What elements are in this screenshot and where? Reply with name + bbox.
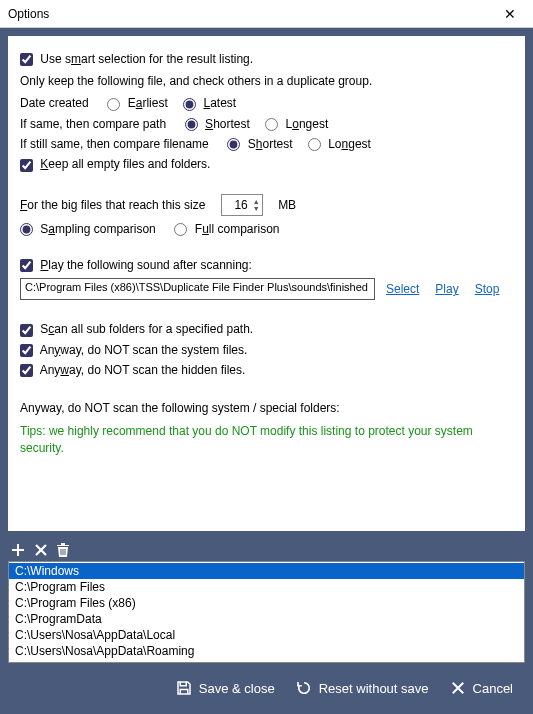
scan-hid-checkbox[interactable] [20,364,33,377]
filename-label: If still same, then compare filename [20,137,209,151]
scan-sys-row: Anyway, do NOT scan the system files. [20,343,513,357]
list-item[interactable]: C:\Users\Nosa\AppData\Roaming [9,643,524,659]
date-latest-radio[interactable] [183,98,196,111]
path-label: If same, then compare path [20,117,166,131]
sound-path-input[interactable]: C:\Program Files (x86)\TSS\Duplicate Fil… [20,278,375,300]
scan-sub-checkbox-label[interactable]: Scan all sub folders for a specified pat… [20,322,253,336]
keep-empty-row: Keep all empty files and folders. [20,157,513,171]
date-earliest-radio[interactable] [107,98,120,111]
path-shortest-radio[interactable] [185,118,198,131]
options-panel: Use smart selection for the result listi… [8,36,525,531]
window-title: Options [8,7,49,21]
big-file-size-input[interactable]: ▲▼ [221,194,263,216]
footer: Save & close Reset without save Cancel [0,663,533,713]
list-item[interactable]: C:\Program Files (x86) [9,595,524,611]
path-shortest-radio-label[interactable]: Shortest [185,117,250,131]
scan-sub-row: Scan all sub folders for a specified pat… [20,322,513,336]
spinner-icon[interactable]: ▲▼ [253,198,260,212]
play-sound-checkbox-label[interactable]: Play the following sound after scanning: [20,258,252,272]
save-icon [175,679,193,697]
list-item[interactable]: C:\Program Files [9,579,524,595]
scan-sub-checkbox[interactable] [20,324,33,337]
keep-empty-checkbox[interactable] [20,159,33,172]
scan-sys-checkbox[interactable] [20,344,33,357]
cancel-icon [449,679,467,697]
smart-selection-checkbox-label[interactable]: Use smart selection for the result listi… [20,52,253,66]
save-close-button[interactable]: Save & close [169,675,281,701]
exclude-toolbar [0,539,533,561]
big-file-label: For the big files that reach this size [20,198,205,212]
exclude-tip: Tips: we highly recommend that you do NO… [20,423,513,457]
close-icon[interactable]: ✕ [495,6,525,22]
list-item[interactable]: C:\Users\Nosa\AppData\Local [9,627,524,643]
path-longest-radio[interactable] [265,118,278,131]
filename-row: If still same, then compare filename Sho… [20,137,513,151]
comparison-row: Sampling comparison Full comparison [20,222,513,236]
play-sound-row: Play the following sound after scanning: [20,258,513,272]
fname-shortest-radio-label[interactable]: Shortest [227,137,292,151]
exclude-list[interactable]: C:\WindowsC:\Program FilesC:\Program Fil… [8,561,525,663]
scan-hid-row: Anyway, do NOT scan the hidden files. [20,363,513,377]
play-sound-checkbox[interactable] [20,259,33,272]
smart-selection-row: Use smart selection for the result listi… [20,52,513,66]
fname-shortest-radio[interactable] [227,138,240,151]
big-file-unit: MB [278,198,296,212]
sampling-radio[interactable] [20,223,33,236]
sampling-radio-label[interactable]: Sampling comparison [20,222,156,236]
list-item[interactable]: C:\ProgramData [9,611,524,627]
stop-sound-link[interactable]: Stop [475,282,500,296]
keep-empty-checkbox-label[interactable]: Keep all empty files and folders. [20,157,210,171]
keep-desc: Only keep the following file, and check … [20,74,513,88]
exclude-heading: Anyway, do NOT scan the following system… [20,401,513,415]
big-file-row: For the big files that reach this size ▲… [20,194,513,216]
date-created-row: Date created Earliest Latest [20,96,513,110]
trash-icon[interactable] [56,542,70,558]
add-icon[interactable] [10,542,26,558]
fname-longest-radio[interactable] [308,138,321,151]
select-sound-link[interactable]: Select [386,282,419,296]
remove-icon[interactable] [34,543,48,557]
reset-button[interactable]: Reset without save [289,675,435,701]
smart-selection-checkbox[interactable] [20,53,33,66]
scan-sys-checkbox-label[interactable]: Anyway, do NOT scan the system files. [20,343,247,357]
play-sound-link[interactable]: Play [435,282,458,296]
list-item[interactable]: C:\Windows [9,563,524,579]
sound-path-row: C:\Program Files (x86)\TSS\Duplicate Fil… [20,278,513,300]
date-created-label: Date created [20,96,89,110]
full-radio[interactable] [174,223,187,236]
path-longest-radio-label[interactable]: Longest [265,117,328,131]
date-latest-radio-label[interactable]: Latest [183,96,236,110]
path-row: If same, then compare path Shortest Long… [20,117,513,131]
reset-icon [295,679,313,697]
fname-longest-radio-label[interactable]: Longest [308,137,371,151]
full-radio-label[interactable]: Full comparison [174,222,279,236]
scan-hid-checkbox-label[interactable]: Anyway, do NOT scan the hidden files. [20,363,245,377]
title-bar: Options ✕ [0,0,533,28]
date-earliest-radio-label[interactable]: Earliest [107,96,167,110]
cancel-button[interactable]: Cancel [443,675,519,701]
big-file-size-field[interactable] [224,198,248,212]
